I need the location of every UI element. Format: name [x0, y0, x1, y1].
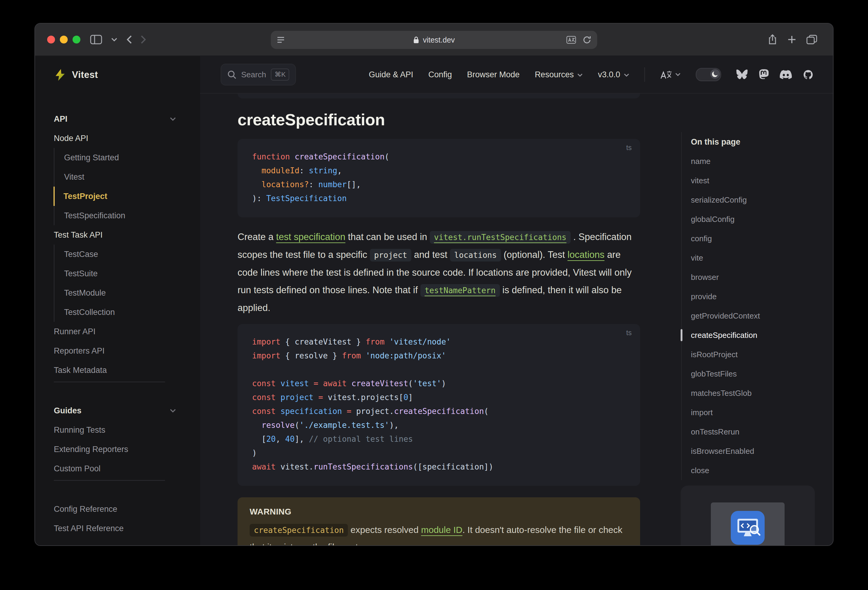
desktop: vitest.dev [0, 0, 868, 590]
bluesky-link[interactable] [736, 69, 748, 80]
outline-item[interactable]: globTestFiles [691, 364, 815, 384]
mastodon-link[interactable] [759, 69, 769, 80]
outline-item[interactable]: browser [691, 268, 815, 287]
sidebar-item[interactable]: Custom Pool [54, 459, 183, 478]
outline-item[interactable]: import [691, 403, 815, 422]
outline-item[interactable]: matchesTestGlob [691, 384, 815, 403]
translate-button[interactable] [566, 36, 576, 44]
sidebar-item[interactable]: TestSpecification [54, 206, 183, 225]
new-tab-button[interactable] [788, 35, 796, 44]
sidebar-item[interactable]: Reporters API [54, 341, 183, 360]
outline-item[interactable]: vite [691, 248, 815, 268]
chevron-down-icon [675, 73, 681, 77]
site-logo[interactable]: Vitest [35, 56, 200, 94]
sidebar-item[interactable]: Test Task API [54, 225, 183, 244]
moon-icon [712, 71, 718, 77]
chevron-down-icon [577, 74, 583, 77]
sidebar: Vitest API Node APIGetting StartedVitest… [35, 56, 200, 546]
address-bar[interactable]: vitest.dev [271, 31, 597, 49]
discord-link[interactable] [780, 70, 792, 79]
code-block-example: ts import { createVitest } from 'vitest/… [238, 324, 640, 486]
page-title: createSpecification [238, 109, 640, 130]
browser-window: vitest.dev [34, 23, 834, 546]
warning-callout: WARNING createSpecification expects reso… [238, 497, 640, 546]
warning-body: createSpecification expects resolved mod… [249, 521, 628, 546]
code-body: import { createVitest } from 'vitest/nod… [252, 335, 626, 474]
outline-title: On this page [691, 132, 815, 152]
outline-item[interactable]: config [691, 229, 815, 248]
outline-active-marker [681, 329, 682, 341]
sidebar-section-guides[interactable]: Guides [54, 401, 183, 420]
sidebar-item[interactable]: Running Tests [54, 420, 183, 440]
reload-button[interactable] [583, 35, 591, 44]
back-arrow-icon [126, 35, 132, 44]
outline-item[interactable]: getProvidedContext [691, 306, 815, 325]
tab-overview-button[interactable] [806, 35, 817, 44]
sidebar-item[interactable]: Node API [54, 129, 183, 148]
outline-item[interactable]: isBrowserEnabled [691, 441, 815, 461]
sidebar-item[interactable]: TestModule [54, 283, 183, 303]
main-content: createSpecification ts function createSp… [238, 94, 640, 546]
ad-image [711, 502, 785, 546]
toggle-sidebar-button[interactable] [90, 35, 102, 44]
forward-button[interactable] [141, 35, 146, 44]
outline-list: namevitestserializedConfigglobalConfigco… [691, 152, 815, 480]
outline-item[interactable]: vitest [691, 171, 815, 190]
site-title: Vitest [72, 69, 98, 80]
sidebar-item[interactable]: Config Reference [54, 499, 183, 519]
outline-item[interactable]: isRootProject [691, 345, 815, 364]
chevron-down-icon [170, 409, 176, 412]
nav-link-browser-mode[interactable]: Browser Mode [467, 70, 520, 79]
sidebar-item[interactable]: Vitest [54, 167, 183, 187]
nav-link-guide-api[interactable]: Guide & API [369, 70, 413, 79]
page: Vitest API Node APIGetting StartedVitest… [35, 56, 833, 546]
zoom-window-button[interactable] [72, 35, 80, 44]
github-link[interactable] [803, 69, 813, 80]
outline-item[interactable]: globalConfig [691, 210, 815, 229]
sidebar-section-api[interactable]: API [54, 109, 183, 129]
sidebar-item[interactable]: TestProject [53, 187, 183, 206]
outline-item[interactable]: serializedConfig [691, 190, 815, 210]
sidebar-menu-chevron[interactable] [111, 38, 117, 41]
sidebar-item[interactable]: Runner API [54, 322, 183, 341]
chevron-down-icon [624, 74, 629, 77]
language-menu-button[interactable] [660, 70, 681, 79]
previous-section-edge [238, 94, 640, 99]
ad-card[interactable] [681, 486, 815, 546]
sidebar-reference-list: Config ReferenceTest API Reference [54, 499, 183, 538]
share-button[interactable] [768, 34, 777, 45]
chevron-down-icon [170, 117, 176, 121]
outline-item[interactable]: createSpecification [691, 325, 815, 345]
outline-item[interactable]: name [691, 152, 815, 171]
outline-item[interactable]: onTestsRerun [691, 422, 815, 441]
sidebar-item[interactable]: Getting Started [54, 148, 183, 167]
sidebar-item[interactable]: TestCollection [54, 303, 183, 322]
sidebar-item[interactable]: Test API Reference [54, 519, 183, 538]
sidebar-api-list: Node APIGetting StartedVitestTestProject… [54, 129, 183, 380]
minimize-window-button[interactable] [60, 35, 68, 44]
translate-icon [566, 36, 576, 44]
sidebar-divider [54, 480, 165, 481]
search-shortcut: ⌘K [271, 69, 289, 81]
nav-dropdown-version[interactable]: v3.0.0 [598, 70, 629, 79]
outline-item[interactable]: provide [691, 287, 815, 306]
sidebar-item[interactable]: Extending Reporters [54, 440, 183, 459]
mastodon-icon [759, 69, 769, 80]
social-links [736, 69, 813, 80]
outline-item[interactable]: close [691, 461, 815, 480]
sidebar-item[interactable]: Task Metadata [54, 360, 183, 380]
code-search-icon [731, 511, 765, 545]
sidebar-item[interactable]: TestSuite [54, 264, 183, 283]
back-button[interactable] [126, 35, 132, 44]
nav-link-config[interactable]: Config [428, 70, 452, 79]
discord-icon [780, 70, 792, 79]
theme-toggle[interactable] [696, 68, 721, 81]
search-button[interactable]: Search ⌘K [221, 64, 296, 85]
warning-title: WARNING [249, 507, 628, 516]
github-icon [803, 69, 813, 80]
close-window-button[interactable] [47, 35, 55, 44]
url-domain: vitest.dev [423, 35, 455, 44]
nav-dropdown-resources[interactable]: Resources [534, 70, 583, 79]
sidebar-divider [54, 382, 165, 382]
sidebar-item[interactable]: TestCase [54, 244, 183, 264]
